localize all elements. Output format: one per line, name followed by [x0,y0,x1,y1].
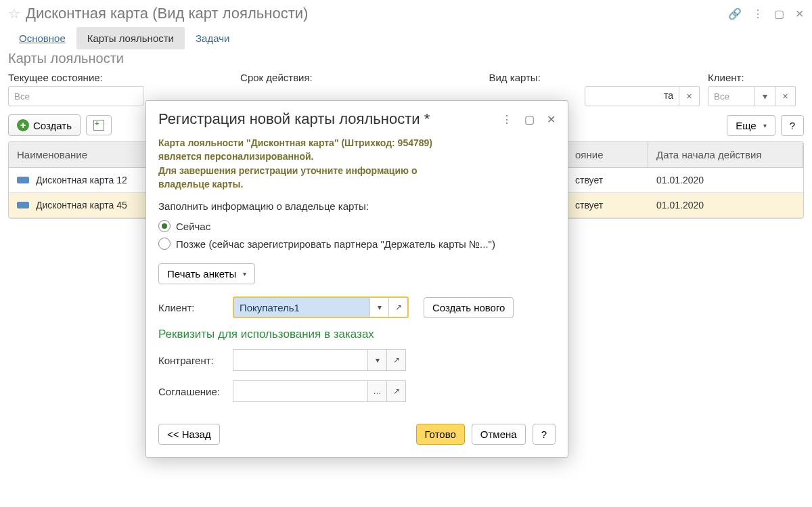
kebab-menu-icon[interactable]: ⋮ [752,7,763,20]
client-label: Клиент: [158,302,226,313]
client-field-row: Клиент: ▾ ↗ Создать нового [158,296,556,318]
modal-footer: << Назад Готово Отмена ? [146,424,568,457]
registration-modal: Регистрация новой карты лояльности * ⋮ ▢… [145,100,568,458]
cell-date: 01.01.2020 [648,168,803,192]
copy-button[interactable] [86,115,112,135]
counterparty-input[interactable] [233,349,368,371]
modal-maximize-icon[interactable]: ▢ [524,113,535,126]
page-subtitle: Карты лояльности [0,49,812,69]
favorite-star-icon[interactable]: ☆ [8,5,20,22]
cancel-button[interactable]: Отмена [472,424,526,445]
radio-group-fill-time: Сейчас Позже (сейчас зарегистрировать па… [158,217,556,252]
radio-now-label: Сейчас [176,221,210,232]
filter-client: Клиент: ▾ × [708,72,796,106]
modal-body: Карта лояльности "Дисконтная карта" (Штр… [146,133,568,424]
agreement-input[interactable] [233,380,368,402]
cell-state: ствует [567,168,648,192]
client-input[interactable] [234,298,369,317]
client-dropdown-button[interactable]: ▾ [369,298,388,317]
fill-info-prompt: Заполнить информацию о владельце карты: [158,200,556,212]
help-button[interactable]: ? [781,115,804,136]
filter-validity-label: Срок действия: [240,72,480,83]
counterparty-label: Контрагент: [158,355,226,366]
th-date[interactable]: Дата начала действия [648,142,803,167]
radio-now[interactable]: Сейчас [158,217,556,235]
radio-later-label: Позже (сейчас зарегистрировать партнера … [176,238,495,250]
agreement-combo: … ↗ [233,380,406,402]
create-button-label: Создать [33,120,72,131]
link-icon[interactable]: 🔗 [728,7,742,20]
modal-kebab-icon[interactable]: ⋮ [501,113,512,126]
filter-card-type-value[interactable]: та [585,86,679,106]
plus-icon: + [17,119,29,131]
tabs-bar: Основное Карты лояльности Задачи [0,27,812,49]
card-icon [17,202,29,208]
tab-main[interactable]: Основное [8,27,76,49]
more-button[interactable]: Еще ▾ [727,115,775,136]
filter-state-input[interactable] [8,86,143,106]
client-combo: ▾ ↗ [233,296,409,318]
agreement-open-button[interactable]: ↗ [387,380,406,402]
chevron-down-icon: ▾ [243,270,246,278]
done-button[interactable]: Готово [416,424,465,445]
tab-tasks[interactable]: Задачи [185,27,240,49]
filter-client-input[interactable] [708,86,755,106]
window-header: ☆ Дисконтная карта (Вид карт лояльности)… [0,0,812,27]
modal-close-icon[interactable]: ✕ [547,113,556,126]
counterparty-row: Контрагент: ▾ ↗ [158,349,556,371]
agreement-label: Соглашение: [158,386,226,397]
modal-info-text: Карта лояльности "Дисконтная карта" (Штр… [158,136,556,191]
modal-help-button[interactable]: ? [533,424,556,445]
cell-name: Дисконтная карта 12 [36,175,127,185]
client-open-button[interactable]: ↗ [388,298,407,317]
agreement-row: Соглашение: … ↗ [158,380,556,402]
filter-client-clear[interactable]: × [775,86,796,106]
print-form-label: Печать анкеты [167,268,236,280]
tab-loyalty-cards[interactable]: Карты лояльности [76,27,185,49]
filter-card-type-label: Вид карты: [489,72,700,83]
print-form-button[interactable]: Печать анкеты ▾ [158,263,255,284]
window-title: Дисконтная карта (Вид карт лояльности) [26,5,728,22]
radio-later[interactable]: Позже (сейчас зарегистрировать партнера … [158,235,556,252]
modal-header: Регистрация новой карты лояльности * ⋮ ▢… [146,101,568,133]
cell-date: 01.01.2020 [648,193,803,217]
chevron-down-icon: ▾ [763,122,767,129]
maximize-icon[interactable]: ▢ [774,7,784,20]
counterparty-combo: ▾ ↗ [233,349,406,371]
agreement-ellipsis-button[interactable]: … [368,380,387,402]
modal-title: Регистрация новой карты лояльности * [158,110,501,128]
back-button[interactable]: << Назад [158,424,220,445]
counterparty-open-button[interactable]: ↗ [387,349,406,371]
copy-icon [93,120,104,131]
radio-icon [158,238,171,250]
cell-name: Дисконтная карта 45 [36,200,127,211]
close-icon[interactable]: ✕ [795,7,804,20]
order-requisites-heading: Реквизиты для использования в заказах [158,328,556,341]
cell-state: ствует [567,193,648,217]
create-new-client-button[interactable]: Создать нового [424,297,514,318]
card-icon [17,177,29,183]
window-controls: 🔗 ⋮ ▢ ✕ [728,7,804,20]
filter-card-type-clear[interactable]: × [679,86,700,106]
counterparty-dropdown-button[interactable]: ▾ [368,349,387,371]
filter-state-label: Текущее состояние: [8,72,232,83]
create-button[interactable]: + Создать [8,114,81,136]
filter-client-dropdown[interactable]: ▾ [755,86,775,106]
filter-client-label: Клиент: [708,72,796,83]
more-button-label: Еще [736,120,757,131]
th-state[interactable]: ояние [567,142,648,167]
radio-icon [158,220,171,232]
